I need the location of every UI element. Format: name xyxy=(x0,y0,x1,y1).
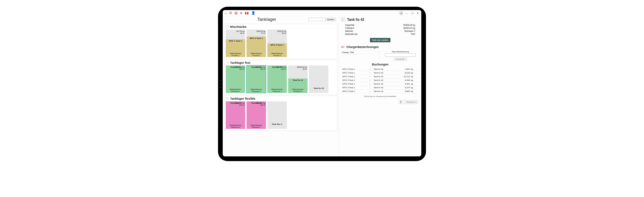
tank-card[interactable]: 30000,00 kg100 %Tank flex BMaterialnameT… xyxy=(247,101,266,129)
booking-qty: 9,341 xyxy=(394,83,410,85)
charge-assign-button[interactable]: Zuweisen xyxy=(394,57,407,61)
booking-unit: kg xyxy=(410,90,418,92)
booking-unit: kg xyxy=(410,87,418,89)
tank-material: Produkt 3 xyxy=(268,54,286,56)
booking-unit: kg xyxy=(410,76,418,78)
tank-card[interactable]: 647,00 kg65 %MTG 1 Tank 1MaterialnamePro… xyxy=(226,30,245,57)
tank-pct: 100 % xyxy=(255,104,265,106)
tank-pct: 100 % xyxy=(255,68,265,70)
arrow-icon: ← xyxy=(367,83,374,85)
collapse-toggle[interactable]: ˄ xyxy=(226,26,229,29)
tank-material: Tankware 1 xyxy=(226,90,245,92)
booking-row[interactable]: MTG 3 Tank 1←Tank fix 426,548kg xyxy=(341,79,419,82)
arrow-icon: ← xyxy=(367,87,374,89)
booking-unit: kg xyxy=(410,72,418,74)
tank-card[interactable]: 1490,00 kg50 %MTG 3 Tank 1MaterialnamePr… xyxy=(267,30,287,57)
detail-value: 49902,02 kg xyxy=(403,27,415,29)
booking-qty: 8,218 xyxy=(394,72,410,74)
page-title: Tanklager xyxy=(225,17,308,22)
quantity-stepper[interactable]: ▲▼ xyxy=(399,100,403,104)
detail-panel: E Tank fix 42 Kapazität50000,00 kgFüllst… xyxy=(339,16,421,156)
booking-dest: MTG 3 Tank 1 xyxy=(342,83,367,85)
chart-icon[interactable]: ▮▮ xyxy=(245,11,249,15)
tank-material: Produkt 1 xyxy=(226,54,245,56)
detail-key: Füllstand xyxy=(345,27,354,29)
collapse-toggle[interactable]: ˄ xyxy=(226,61,229,64)
tank-card[interactable]: 49930,14 kg100 %Tank fix 41MaterialnameT… xyxy=(226,65,245,93)
booking-row[interactable]: MTG 3 Tank 1←Tank fix 429,341kg xyxy=(341,82,419,86)
booking-dest: MTG 3 Tank 1 xyxy=(342,90,367,92)
toolbar: ⌂⚙▤➤▮▮👤 A – ☐ ✕ xyxy=(223,10,421,16)
booking-src: Tank fix 42 xyxy=(374,79,394,81)
booking-src: Tank fix 42 xyxy=(374,87,394,89)
app-window: ⌂⚙▤➤▮▮👤 A – ☐ ✕ Tanklager Suchen ˄Mischt… xyxy=(223,10,421,156)
user-share-icon[interactable]: 👤 xyxy=(251,11,255,15)
section-title: Mischtanks xyxy=(230,25,247,29)
booking-qty: 5,270 xyxy=(394,87,410,89)
cursor-icon[interactable]: ➤ xyxy=(240,11,243,15)
save-button[interactable]: Speichern xyxy=(404,100,418,104)
section-title: Tanklager fest xyxy=(230,61,250,64)
tank-card[interactable]: 30000,00 kg100 %Tank flex AMaterialnameT… xyxy=(226,101,245,129)
tank-material: Produkt 2 xyxy=(247,54,265,56)
tank-pct: 53 % xyxy=(297,68,307,70)
booking-qty: 8,955 xyxy=(394,90,410,92)
book-icon[interactable]: ▤ xyxy=(234,11,237,15)
search-input[interactable] xyxy=(309,18,325,21)
section: ˄Tanklager flexible30000,00 kg100 %Tank … xyxy=(224,96,337,131)
search-button[interactable]: Suchen xyxy=(325,18,336,21)
tank-card[interactable]: 1486,00 kg74 %MTG 2 Tank 1MaterialnamePr… xyxy=(247,30,266,57)
tank-card[interactable]: 49937,43 kg100 %Tank fix 43MaterialnameT… xyxy=(267,65,287,93)
collapse-toggle[interactable]: ˄ xyxy=(226,97,229,100)
tank-material: Tankware 7 xyxy=(247,126,265,128)
booking-row[interactable]: MTG 3 Tank 1←Tank fix 4210,721kg xyxy=(341,75,419,79)
tank-material: Tankware 6 xyxy=(226,126,245,128)
detail-key: Materialcode xyxy=(345,33,358,35)
tank-card[interactable]: Tank flex C xyxy=(267,101,287,129)
window-close[interactable]: ✕ xyxy=(416,12,419,15)
window-minimize[interactable]: – xyxy=(405,12,409,15)
tank-material: Tankware 4 xyxy=(289,90,307,92)
booking-qty: 7,904 xyxy=(394,68,410,70)
arrow-icon: ← xyxy=(367,72,374,74)
booking-src: Tank fix 42 xyxy=(374,68,394,70)
detail-value: Tankware 2 xyxy=(404,30,415,32)
booking-dest: MTG 3 Tank 1 xyxy=(342,87,367,89)
detail-value: 50000,00 kg xyxy=(403,24,415,26)
tank-pct: 65 % xyxy=(236,32,245,34)
tank-name: MTG 2 Tank 1 xyxy=(247,37,265,39)
charge-current-input[interactable] xyxy=(341,51,377,54)
tank-material: Tankware 3 xyxy=(268,90,286,92)
bookings-footer: Buchung zur Anpassung auswählen xyxy=(341,95,419,98)
tank-card[interactable]: Tank fix 45 xyxy=(309,65,328,93)
tank-material: Tankware 2 xyxy=(247,90,265,92)
charge-new-input[interactable] xyxy=(385,53,415,57)
section: ˄Tanklager fest49930,14 kg100 %Tank fix … xyxy=(224,60,337,95)
home-icon[interactable]: ⌂ xyxy=(225,11,227,15)
window-maximize[interactable]: ☐ xyxy=(411,12,414,15)
booking-row[interactable]: MTG 3 Tank 1←Tank fix 425,270kg xyxy=(341,86,419,90)
booking-src: Tank fix 42 xyxy=(374,72,394,74)
detail-value: TW2 xyxy=(411,33,415,35)
tank-empty-button[interactable]: Tank leer melden xyxy=(370,38,391,42)
tank-pct: 100 % xyxy=(234,104,245,106)
arrow-icon: ← xyxy=(367,76,374,78)
booking-row[interactable]: MTG 3 Tank 1←Tank fix 428,218kg xyxy=(341,71,419,75)
tank-name: Tank fix 45 xyxy=(310,87,328,89)
arrow-icon: ← xyxy=(367,90,374,92)
tank-pct: 74 % xyxy=(256,32,265,34)
tank-name: Tank flex C xyxy=(268,123,286,125)
booking-unit: kg xyxy=(410,79,418,81)
booking-row[interactable]: MTG 3 Tank 1←Tank fix 427,904kg xyxy=(341,67,419,71)
booking-unit: kg xyxy=(410,68,418,70)
booking-dest: MTG 3 Tank 1 xyxy=(342,79,367,81)
tank-name: MTG 3 Tank 1 xyxy=(268,44,286,46)
booking-dest: MTG 3 Tank 1 xyxy=(342,68,367,70)
booking-src: Tank fix 42 xyxy=(374,76,394,78)
tank-card[interactable]: 49902,02 kg100 %Tank fix 42MaterialnameT… xyxy=(247,65,266,93)
booking-row[interactable]: MTG 3 Tank 1←Tank fix 428,955kg xyxy=(341,90,419,93)
avatar[interactable]: A xyxy=(399,11,403,15)
tank-card[interactable]: 26534,00 kg53 %Tank fix 44MaterialnameTa… xyxy=(288,65,308,93)
tank-pct: 50 % xyxy=(277,32,286,34)
gear-icon[interactable]: ⚙ xyxy=(229,11,232,15)
